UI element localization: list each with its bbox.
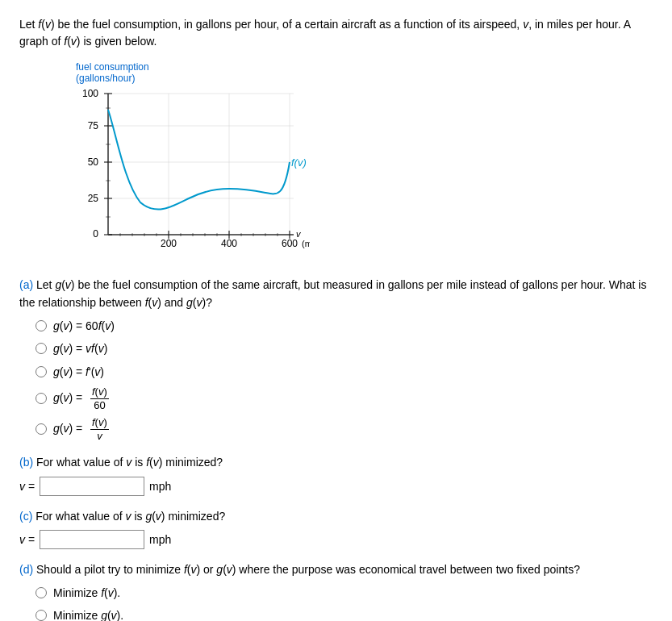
part-b-v-label: v = <box>19 477 35 495</box>
svg-text:(miles/hour): (miles/hour) <box>302 239 310 248</box>
option-1-radio[interactable] <box>35 320 47 331</box>
graph-svg: 0 25 50 75 100 200 400 600 v (miles/hour… <box>68 85 310 263</box>
d-option-2: Minimize g(v). <box>35 606 653 621</box>
option-2-label[interactable]: g(v) = vf(v) <box>53 340 107 357</box>
svg-text:75: 75 <box>88 120 99 131</box>
option-5-label[interactable]: g(v) = f(v) v <box>53 416 111 442</box>
d-option-2-label[interactable]: Minimize g(v). <box>53 606 123 621</box>
part-a-section: (a) Let g(v) be the fuel consumption of … <box>19 276 653 442</box>
intro-text: Let f(v) be the fuel consumption, in gal… <box>19 16 653 50</box>
fraction-fv-60: f(v) 60 <box>90 386 109 411</box>
graph-container: fuel consumption(gallons/hour) <box>68 61 310 263</box>
part-c-unit: mph <box>149 531 171 548</box>
part-d-options: Minimize f(v). Minimize g(v). <box>35 584 653 622</box>
part-b-unit: mph <box>149 477 171 495</box>
option-5-radio[interactable] <box>35 423 47 435</box>
option-2: g(v) = vf(v) <box>35 340 653 357</box>
part-b-question: (b) For what value of v is f(v) minimize… <box>19 453 653 471</box>
y-axis-label: fuel consumption(gallons/hour) <box>76 61 310 84</box>
part-b-input-row: v = mph <box>19 477 653 496</box>
svg-text:400: 400 <box>221 238 237 249</box>
part-c-question: (c) For what value of v is g(v) minimize… <box>19 507 653 525</box>
svg-text:25: 25 <box>88 193 99 204</box>
d-option-1: Minimize f(v). <box>35 584 653 602</box>
part-a-options: g(v) = 60f(v) g(v) = vf(v) g(v) = f'(v) … <box>35 317 653 443</box>
part-c-input[interactable] <box>40 530 144 549</box>
option-3-label[interactable]: g(v) = f'(v) <box>53 363 104 381</box>
svg-text:v: v <box>296 229 302 239</box>
option-4-label[interactable]: g(v) = f(v) 60 <box>53 386 111 411</box>
part-c-section: (c) For what value of v is g(v) minimize… <box>19 507 653 549</box>
part-b-input[interactable] <box>40 477 144 496</box>
option-3: g(v) = f'(v) <box>35 363 653 381</box>
option-1: g(v) = 60f(v) <box>35 317 653 335</box>
option-2-radio[interactable] <box>35 343 47 354</box>
svg-text:600: 600 <box>282 238 298 249</box>
svg-text:50: 50 <box>88 156 99 168</box>
svg-text:f(v): f(v) <box>291 156 307 169</box>
part-a-label: (a) <box>19 278 33 291</box>
part-b-section: (b) For what value of v is f(v) minimize… <box>19 453 653 495</box>
option-4-radio[interactable] <box>35 393 47 404</box>
svg-text:0: 0 <box>93 228 98 240</box>
part-d-section: (d) Should a pilot try to minimize f(v) … <box>19 561 653 621</box>
option-5: g(v) = f(v) v <box>35 416 653 442</box>
part-c-input-row: v = mph <box>19 530 653 549</box>
option-4: g(v) = f(v) 60 <box>35 386 653 411</box>
part-d-question: (d) Should a pilot try to minimize f(v) … <box>19 561 653 578</box>
option-3-radio[interactable] <box>35 366 47 377</box>
d-option-2-radio[interactable] <box>35 610 47 621</box>
fraction-fv-v: f(v) v <box>90 416 109 442</box>
part-c-v-label: v = <box>19 531 35 548</box>
d-option-1-radio[interactable] <box>35 587 47 598</box>
svg-text:200: 200 <box>161 238 177 249</box>
d-option-1-label[interactable]: Minimize f(v). <box>53 584 120 602</box>
svg-text:100: 100 <box>82 88 98 99</box>
part-a-question: Let g(v) be the fuel consumption of the … <box>19 278 646 309</box>
option-1-label[interactable]: g(v) = 60f(v) <box>53 317 115 335</box>
